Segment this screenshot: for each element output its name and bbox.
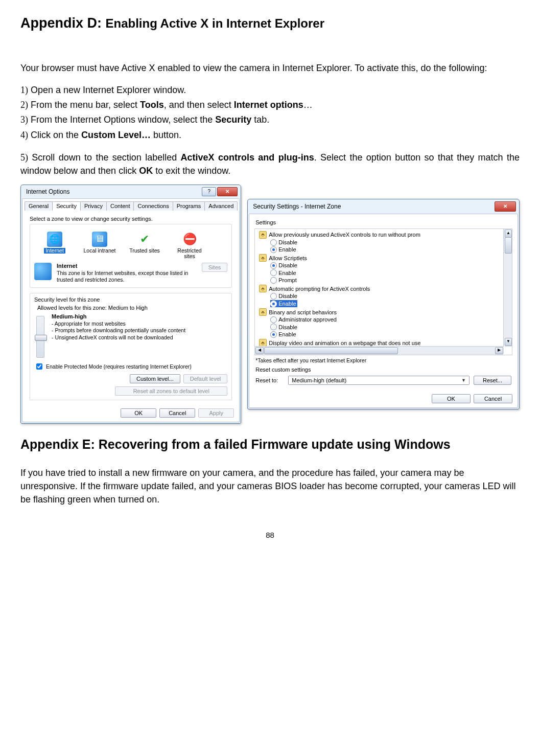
radio-icon xyxy=(270,293,277,300)
vertical-scrollbar[interactable]: ▲ ▼ xyxy=(503,229,512,347)
setting-option[interactable]: Disable xyxy=(270,324,503,331)
scroll-thumb[interactable] xyxy=(505,237,512,254)
zone-desc-title: Internet xyxy=(57,263,197,270)
setting-label: Binary and script behaviors xyxy=(269,309,337,315)
reset-to-dropdown[interactable]: Medium-high (default) ▼ xyxy=(288,376,469,385)
reset-to-label: Reset to: xyxy=(255,377,284,383)
scroll-up-arrow[interactable]: ▲ xyxy=(505,230,512,238)
radio-icon xyxy=(270,269,277,276)
scroll-thumb[interactable] xyxy=(264,347,398,354)
level-name: Medium-high xyxy=(52,313,86,319)
appendix-d-heading: Appendix D: Enabling Active X in Interne… xyxy=(20,15,520,31)
radio-icon xyxy=(270,277,277,284)
intro-paragraph: Your browser must have Active X enabled … xyxy=(20,62,520,74)
option-label: Prompt xyxy=(278,277,296,284)
setting-option[interactable]: Enable xyxy=(270,331,503,338)
setting-label: Display video and animation on a webpage… xyxy=(269,340,420,346)
cancel-button[interactable]: Cancel xyxy=(474,394,512,403)
default-level-button[interactable]: Default level xyxy=(183,374,228,383)
setting-icon: ⬘ xyxy=(259,308,267,316)
radio-icon xyxy=(270,316,277,323)
option-label: Disable xyxy=(278,262,297,269)
reset-button[interactable]: Reset... xyxy=(474,376,511,385)
option-label: Disable xyxy=(278,324,297,331)
close-button[interactable]: ✕ xyxy=(495,201,516,212)
option-label: Enable xyxy=(278,269,296,277)
zone-local-intranet[interactable]: 🖥 Local intranet xyxy=(81,232,118,260)
option-label: Enable xyxy=(278,300,296,307)
setting-label: Automatic prompting for ActiveX controls xyxy=(269,286,370,292)
zone-label: Restricted sites xyxy=(177,248,201,260)
setting-option[interactable]: Enable xyxy=(270,300,297,307)
step-1: 1) Open a new Internet Explorer window. xyxy=(20,83,520,97)
scroll-left-arrow[interactable]: ◀ xyxy=(255,347,264,354)
zone-restricted-sites[interactable]: ⛔ Restricted sites xyxy=(171,232,208,260)
steps-list: 1) Open a new Internet Explorer window. … xyxy=(20,83,520,141)
security-level-title: Security level for this zone xyxy=(34,296,227,303)
setting-label: Allow Scriptlets xyxy=(269,255,307,261)
horizontal-scrollbar[interactable]: ◀ ▶ xyxy=(255,346,504,355)
tab-content[interactable]: Content xyxy=(106,201,134,211)
security-settings-window: Security Settings - Internet Zone ✕ Sett… xyxy=(247,199,520,409)
settings-list[interactable]: ⬘Allow previously unused ActiveX control… xyxy=(255,229,512,355)
tab-strip: General Security Privacy Content Connect… xyxy=(25,201,237,211)
globe-icon: 🖥 xyxy=(92,232,107,247)
scroll-down-arrow[interactable]: ▼ xyxy=(505,338,512,346)
setting-group: ⬘Binary and script behaviorsAdministrato… xyxy=(259,308,503,338)
tab-connections[interactable]: Connections xyxy=(133,201,173,211)
tab-security[interactable]: Security xyxy=(52,201,81,211)
heading-sub: Enabling Active X in Internet Explorer xyxy=(106,16,325,30)
setting-group: ⬘Automatic prompting for ActiveX control… xyxy=(259,285,503,307)
setting-option[interactable]: Prompt xyxy=(270,277,503,284)
ok-button[interactable]: OK xyxy=(121,408,156,418)
sites-button[interactable]: Sites xyxy=(202,263,227,272)
close-button[interactable]: ✕ xyxy=(217,187,238,196)
help-button[interactable]: ? xyxy=(202,187,216,196)
setting-option[interactable]: Enable xyxy=(270,246,503,253)
setting-option[interactable]: Administrator approved xyxy=(270,316,503,323)
custom-level-button[interactable]: Custom level... xyxy=(130,374,180,383)
heading-prefix: Appendix D: xyxy=(20,15,106,31)
zone-label: Internet xyxy=(44,248,65,254)
setting-option[interactable]: Disable xyxy=(270,292,503,300)
setting-option[interactable]: Disable xyxy=(270,239,503,246)
setting-option[interactable]: Enable xyxy=(270,269,503,277)
step-5: 5) Scroll down to the section labelled A… xyxy=(20,151,520,177)
protected-mode-label: Enable Protected Mode (requires restarti… xyxy=(46,363,192,370)
tab-advanced[interactable]: Advanced xyxy=(204,201,238,211)
check-icon: ✔ xyxy=(137,232,152,247)
window-title: Internet Options xyxy=(26,188,69,195)
tab-programs[interactable]: Programs xyxy=(173,201,205,211)
setting-option[interactable]: Disable xyxy=(270,262,503,269)
radio-icon xyxy=(270,239,277,246)
setting-icon: ⬘ xyxy=(259,231,267,239)
zone-desc-text: This zone is for Internet websites, exce… xyxy=(57,270,188,283)
option-label: Disable xyxy=(278,292,297,300)
level-bullet: - Unsigned ActiveX controls will not be … xyxy=(52,334,185,341)
zone-label: Local intranet xyxy=(83,248,115,254)
radio-icon xyxy=(270,301,277,307)
option-label: Disable xyxy=(278,239,297,246)
radio-icon xyxy=(270,262,277,269)
tab-privacy[interactable]: Privacy xyxy=(80,201,107,211)
zone-trusted-sites[interactable]: ✔ Trusted sites xyxy=(126,232,163,260)
cancel-button[interactable]: Cancel xyxy=(159,408,195,418)
option-label: Enable xyxy=(278,331,296,338)
zone-internet[interactable]: 🌐 Internet xyxy=(36,232,73,260)
ok-button[interactable]: OK xyxy=(432,394,471,403)
settings-label: Settings xyxy=(255,219,518,225)
setting-icon: ⬘ xyxy=(259,254,267,262)
radio-icon xyxy=(270,324,277,330)
tab-general[interactable]: General xyxy=(25,201,53,211)
security-level-slider[interactable] xyxy=(36,316,44,358)
step-3: 3) From the Internet Options window, sel… xyxy=(20,113,520,126)
scroll-right-arrow[interactable]: ▶ xyxy=(495,347,503,354)
restricted-icon: ⛔ xyxy=(182,232,197,247)
level-bullet: - Appropriate for most websites xyxy=(52,320,185,328)
protected-mode-checkbox[interactable] xyxy=(36,363,42,370)
apply-button[interactable]: Apply xyxy=(198,408,234,418)
level-bullet: - Prompts before downloading potentially… xyxy=(52,327,185,334)
reset-all-zones-button[interactable]: Reset all zones to default level xyxy=(115,386,227,396)
radio-icon xyxy=(270,246,277,253)
option-label: Enable xyxy=(278,246,296,253)
